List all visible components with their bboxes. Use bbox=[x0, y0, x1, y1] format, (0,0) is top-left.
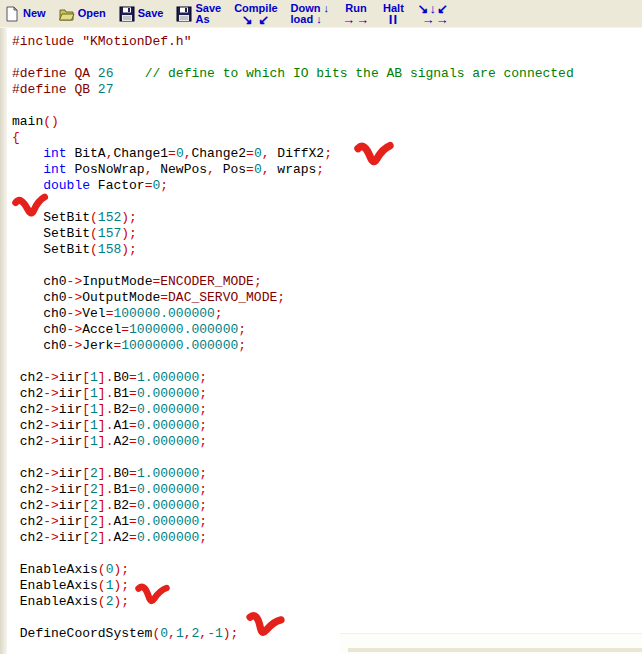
toolbar-button-new[interactable]: New bbox=[4, 6, 46, 22]
open-folder-icon bbox=[59, 6, 75, 22]
toolbar-button-compile-download-run[interactable]: ↘↓↙ →→ bbox=[417, 3, 450, 25]
toolbar-button-label: Compile↘ ↙ bbox=[234, 3, 277, 25]
toolbar-button-save[interactable]: Save bbox=[119, 6, 164, 22]
code-line: ch2->iir[1].A1=0.000000; bbox=[12, 418, 574, 434]
code-line: ch2->iir[1].B0=1.000000; bbox=[12, 370, 574, 386]
toolbar-button-label: New bbox=[23, 8, 46, 19]
code-line: ch2->iir[2].B1=0.000000; bbox=[12, 482, 574, 498]
toolbar-button-download[interactable]: Down ↓load ↓ bbox=[291, 3, 330, 25]
code-line: SetBit(157); bbox=[12, 226, 574, 242]
code-line: double Factor=0; bbox=[12, 178, 574, 194]
code-line: int PosNoWrap, NewPos, Pos=0, wraps; bbox=[12, 162, 574, 178]
code-line: #define QA 26 // define to which IO bits… bbox=[12, 66, 574, 82]
code-line: ch0->Accel=1000000.000000; bbox=[12, 322, 574, 338]
code-line: ch0->OutputMode=DAC_SERVO_MODE; bbox=[12, 290, 574, 306]
code-line bbox=[12, 194, 574, 210]
code-line: #include "KMotionDef.h" bbox=[12, 34, 574, 50]
overlapping-window-stripe bbox=[348, 648, 642, 652]
code-line: ch2->iir[2].B0=1.000000; bbox=[12, 466, 574, 482]
save-floppy-icon bbox=[119, 6, 135, 22]
toolbar-button-label: Run→→ bbox=[342, 3, 370, 25]
code-line: #define QB 27 bbox=[12, 82, 574, 98]
code-line: EnableAxis(2); bbox=[12, 594, 574, 610]
toolbar-button-label: HaltII bbox=[383, 3, 404, 25]
toolbar-button-label: SaveAs bbox=[195, 3, 221, 25]
toolbar-button-label: Save bbox=[138, 8, 164, 19]
code-line: ch2->iir[1].A2=0.000000; bbox=[12, 434, 574, 450]
code-line bbox=[12, 546, 574, 562]
code-line: { bbox=[12, 130, 574, 146]
save-floppy-icon bbox=[176, 6, 192, 22]
toolbar-button-label: Down ↓load ↓ bbox=[291, 3, 330, 25]
code-line: ch0->Vel=100000.000000; bbox=[12, 306, 574, 322]
code-line: ch0->Jerk=10000000.000000; bbox=[12, 338, 574, 354]
editor-margin-gutter bbox=[0, 28, 7, 654]
overlapping-window-edge bbox=[340, 633, 642, 654]
editor: #include "KMotionDef.h" #define QA 26 //… bbox=[0, 28, 642, 654]
new-page-icon bbox=[4, 6, 20, 22]
code-line: ch2->iir[1].B2=0.000000; bbox=[12, 402, 574, 418]
code-area[interactable]: #include "KMotionDef.h" #define QA 26 //… bbox=[12, 34, 574, 642]
code-line bbox=[12, 258, 574, 274]
code-line: ch2->iir[2].A2=0.000000; bbox=[12, 530, 574, 546]
toolbar-button-label: Open bbox=[78, 8, 106, 19]
code-line: int BitA,Change1=0,Change2=0, DiffX2; bbox=[12, 146, 574, 162]
code-line bbox=[12, 610, 574, 626]
code-line bbox=[12, 98, 574, 114]
code-line: EnableAxis(0); bbox=[12, 562, 574, 578]
code-line: ch0->InputMode=ENCODER_MODE; bbox=[12, 274, 574, 290]
toolbar-button-save-as[interactable]: SaveAs bbox=[176, 3, 221, 25]
code-line bbox=[12, 50, 574, 66]
toolbar-button-label: ↘↓↙ →→ bbox=[417, 3, 450, 25]
code-line: SetBit(152); bbox=[12, 210, 574, 226]
toolbar-button-halt[interactable]: HaltII bbox=[383, 3, 404, 25]
code-line: ch2->iir[1].B1=0.000000; bbox=[12, 386, 574, 402]
code-line bbox=[12, 354, 574, 370]
toolbar: NewOpenSaveSaveAsCompile↘ ↙Down ↓load ↓R… bbox=[0, 0, 642, 28]
toolbar-button-run[interactable]: Run→→ bbox=[342, 3, 370, 25]
toolbar-button-open[interactable]: Open bbox=[59, 6, 106, 22]
code-line: main() bbox=[12, 114, 574, 130]
code-line: EnableAxis(1); bbox=[12, 578, 574, 594]
toolbar-button-compile[interactable]: Compile↘ ↙ bbox=[234, 3, 277, 25]
code-line: SetBit(158); bbox=[12, 242, 574, 258]
code-line: ch2->iir[2].B2=0.000000; bbox=[12, 498, 574, 514]
code-line: ch2->iir[2].A1=0.000000; bbox=[12, 514, 574, 530]
code-line bbox=[12, 450, 574, 466]
